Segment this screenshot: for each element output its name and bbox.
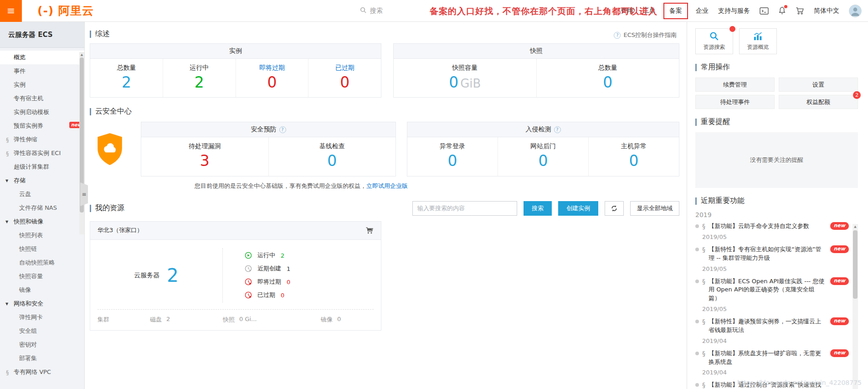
cart-icon[interactable]: [796, 7, 804, 15]
aliyun-logo[interactable]: (-) 阿里云: [37, 3, 94, 18]
stat-snapshot-total: 总数量 0: [537, 59, 679, 97]
sidebar-item-dedicated-hosts[interactable]: 专有宿主机: [0, 92, 84, 105]
region-name[interactable]: 华北3（张家口）: [98, 226, 143, 234]
snapshot-summary-panel: 快照 快照容量 0GiB 总数量 0: [393, 43, 679, 98]
feature-list-scrollbar[interactable]: ▲: [853, 224, 858, 389]
feature-item[interactable]: § 【新功能】ECS Open API最佳实践 --- 您使用 Open API…: [695, 277, 849, 303]
refresh-button[interactable]: [605, 201, 624, 216]
stat-expired-instances: 已过期 0: [308, 59, 381, 97]
bell-red-dot: [784, 5, 787, 8]
sidebar-item-snapshot-capacity[interactable]: 快照容量: [0, 270, 84, 283]
sidebar-item-disks[interactable]: 云盘: [0, 187, 84, 201]
sidebar-item-overview[interactable]: 概览: [0, 51, 84, 64]
sidebar-item-images[interactable]: 镜像: [0, 283, 84, 297]
avatar[interactable]: [849, 5, 862, 17]
hamburger-menu-button[interactable]: ≡: [0, 0, 22, 22]
sidebar-item-auto-scaling[interactable]: 弹性伸缩: [0, 133, 84, 146]
status-recently-created[interactable]: 近期创建 1: [245, 262, 381, 275]
feature-year: 2019: [695, 211, 849, 218]
feature-item[interactable]: § 【新特性】专有宿主机如何实现“资源池”管理 -- 集群管理能力升级 new: [695, 245, 849, 263]
menu-beian-highlighted[interactable]: 备案: [663, 3, 688, 19]
bullet-dot: [695, 320, 699, 323]
sidebar-scrollbar[interactable]: ▲: [79, 52, 84, 234]
resources-toolbar: 搜索 创建实例 显示全部地域: [412, 201, 679, 216]
sidebar-item-vpc[interactable]: 专有网络 VPC: [0, 365, 84, 379]
ecs-guide-link[interactable]: ? ECS控制台操作指南: [614, 31, 677, 39]
terminal-icon[interactable]: [760, 7, 769, 15]
scroll-up-arrow[interactable]: ▲: [853, 224, 858, 230]
sidebar-item-instances[interactable]: 实例: [0, 78, 84, 92]
resource-search-input[interactable]: [412, 201, 517, 216]
main-content: ? ECS控制台操作指南 综述 实例 总数量 2 运行中 2 即将过期 0: [85, 22, 687, 389]
show-all-regions-button[interactable]: 显示全部地域: [630, 201, 679, 216]
footer-disks[interactable]: 磁盘2: [150, 316, 223, 324]
clock-plus-icon: [245, 265, 252, 272]
feature-item[interactable]: § 【新特性】趣谈预留实例券，一文搞懂云上省钱最新玩法 new: [695, 317, 849, 335]
link-icon: §: [702, 245, 705, 263]
status-expired[interactable]: 已过期 0: [245, 289, 381, 302]
scroll-up-arrow[interactable]: ▲: [79, 52, 84, 57]
help-circle-icon[interactable]: ?: [554, 126, 561, 133]
notification-bell-icon[interactable]: [778, 6, 786, 15]
server-count[interactable]: 2: [167, 265, 178, 286]
menu-support[interactable]: 支持与服务: [718, 7, 750, 15]
sidebar-item-launch-templates[interactable]: 实例启动模板: [0, 105, 84, 119]
stat-host-anomalies: 主机异常 0: [589, 137, 679, 176]
feature-date: 2019/05: [702, 265, 849, 272]
sidebar-items: 概览 事件 实例 专有宿主机 实例启动模板 预留实例券new 弹性伸缩 弹性容器…: [0, 48, 84, 379]
feature-date: 2019/05: [702, 233, 849, 240]
scrollbar-thumb[interactable]: [853, 230, 858, 299]
sidebar-item-events[interactable]: 事件: [0, 64, 84, 78]
link-icon: §: [702, 317, 705, 335]
help-circle-icon[interactable]: ?: [279, 126, 286, 133]
sidebar-item-snapshot-chain[interactable]: 快照链: [0, 242, 84, 256]
sidebar-item-enis[interactable]: 弹性网卡: [0, 311, 84, 324]
stat-baseline-check: 基线检查 0: [269, 137, 396, 176]
try-enterprise-link[interactable]: 立即试用企业版: [366, 182, 408, 189]
resources-section-title: 我的资源: [90, 203, 124, 213]
resource-search-tool[interactable]: 资源搜索: [695, 28, 733, 54]
settings-button[interactable]: 设置: [779, 78, 858, 92]
language-switcher[interactable]: 简体中文: [814, 7, 839, 15]
feature-item[interactable]: § 【新功能】系统盘支持一键扩容啦，无需更换系统盘 new: [695, 349, 849, 367]
global-search-placeholder: 搜索: [370, 7, 383, 15]
sidebar-item-snapshot-list[interactable]: 快照列表: [0, 228, 84, 242]
sidebar-item-deployment-sets[interactable]: 部署集: [0, 352, 84, 365]
sidebar-item-super-computing[interactable]: 超级计算集群: [0, 160, 84, 174]
footer-clusters[interactable]: 集群: [98, 316, 150, 324]
feature-date: 2019/04: [702, 337, 849, 344]
footer-snapshots[interactable]: 快照0 Gi...: [223, 316, 321, 324]
sidebar-collapse-handle[interactable]: ≡: [80, 182, 88, 206]
sidebar-item-eci[interactable]: 弹性容器实例 ECI: [0, 146, 84, 160]
sidebar-group-storage[interactable]: 存储: [0, 174, 84, 187]
link-icon: §: [702, 222, 705, 231]
pending-events-button[interactable]: 待处理事件: [695, 95, 775, 109]
intrusion-detection-panel: 入侵检测? 异常登录 0 网站后门 0 主机异常 0: [407, 122, 679, 176]
resource-overview-tool[interactable]: 资源概览: [739, 28, 777, 54]
stat-running-instances: 运行中 2: [163, 59, 236, 97]
sidebar-item-key-pairs[interactable]: 密钥对: [0, 338, 84, 352]
feature-item[interactable]: § 【新功能】云助手命令支持自定义参数 new: [695, 222, 849, 231]
region-status-list: 运行中 2 近期创建 1 即将过期 0 已过期 0: [222, 248, 381, 303]
new-badge: new: [830, 317, 849, 325]
renewal-management-button[interactable]: 续费管理: [695, 78, 775, 92]
sidebar-item-nas[interactable]: 文件存储 NAS: [0, 201, 84, 215]
feature-list: 2019 § 【新功能】云助手命令支持自定义参数 new 2019/05 § 【…: [695, 211, 858, 389]
new-badge: new: [830, 245, 849, 253]
footer-images[interactable]: 镜像0: [321, 316, 374, 324]
sidebar-item-auto-snapshot-policy[interactable]: 自动快照策略: [0, 256, 84, 270]
search-button[interactable]: 搜索: [524, 201, 552, 216]
menu-enterprise[interactable]: 企业: [696, 7, 709, 15]
buy-cart-icon[interactable]: [365, 227, 374, 234]
status-expiring[interactable]: 即将过期 0: [245, 275, 381, 289]
instance-summary-panel: 实例 总数量 2 运行中 2 即将过期 0 已过期 0: [90, 43, 381, 98]
global-search[interactable]: 搜索: [360, 0, 383, 22]
sidebar-item-reserved-instances[interactable]: 预留实例券new: [0, 119, 84, 133]
quota-button[interactable]: 权益配额 2: [779, 95, 858, 109]
status-running[interactable]: 运行中 2: [245, 249, 381, 262]
create-instance-button[interactable]: 创建实例: [558, 201, 598, 216]
sidebar-group-snapshots-images[interactable]: 快照和镜像: [0, 215, 84, 228]
sidebar-group-network-security[interactable]: 网络和安全: [0, 297, 84, 311]
feature-item[interactable]: § 【新功能】通过控制台“资源搜索”快速查找资源: [695, 381, 849, 389]
sidebar-item-security-groups[interactable]: 安全组: [0, 324, 84, 338]
